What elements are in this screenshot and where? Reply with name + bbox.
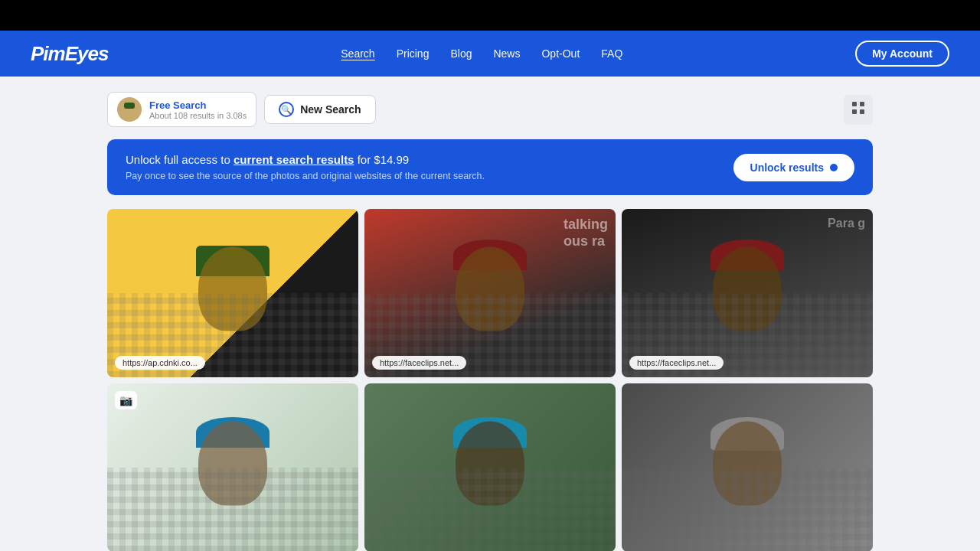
avatar-icon xyxy=(119,99,140,120)
svg-rect-6 xyxy=(860,109,864,114)
navbar: PimEyes Search Pricing Blog News Opt-Out… xyxy=(0,31,980,77)
grid-toggle-button[interactable] xyxy=(844,95,873,125)
unlock-sub-text: Pay once to see the source of the photos… xyxy=(126,171,485,181)
images-grid: https://ap.cdnki.co... talkingous ra htt… xyxy=(107,209,873,551)
pixel-overlay-6 xyxy=(622,468,873,551)
logo[interactable]: PimEyes xyxy=(31,42,108,66)
url-badge-1: https://ap.cdnki.co... xyxy=(115,356,205,370)
new-search-button[interactable]: 🔍 New Search xyxy=(264,95,375,124)
unlock-results-button[interactable]: Unlock results xyxy=(733,154,854,181)
text-overlay-2: talkingous ra xyxy=(564,217,608,249)
nav-news[interactable]: News xyxy=(493,47,520,60)
free-search-label: Free Search xyxy=(149,99,247,111)
nav-links: Search Pricing Blog News Opt-Out FAQ xyxy=(341,47,622,60)
nav-blog[interactable]: Blog xyxy=(450,47,472,60)
new-search-label: New Search xyxy=(300,103,361,116)
free-search-pill[interactable]: Free Search About 108 results in 3.08s xyxy=(107,92,256,127)
result-image-5[interactable] xyxy=(364,383,616,551)
svg-rect-4 xyxy=(860,102,864,106)
main-content: Free Search About 108 results in 3.08s 🔍… xyxy=(0,77,980,551)
unlock-dot-icon xyxy=(830,164,838,171)
search-icon: 🔍 xyxy=(279,102,294,117)
avatar xyxy=(117,97,142,122)
nav-optout[interactable]: Opt-Out xyxy=(541,47,580,60)
camera-badge: 📷 xyxy=(115,391,137,409)
svg-point-1 xyxy=(120,112,139,120)
text-overlay-3: Para g xyxy=(828,217,865,230)
unlock-text-prefix: Unlock full access to xyxy=(126,153,234,166)
pixel-overlay-4 xyxy=(107,468,358,551)
grid-icon xyxy=(851,101,865,115)
my-account-button[interactable]: My Account xyxy=(855,41,949,67)
top-black-bar xyxy=(0,0,980,31)
unlock-main-text: Unlock full access to current search res… xyxy=(126,153,485,166)
svg-rect-3 xyxy=(852,102,857,106)
unlock-results-label: Unlock results xyxy=(750,161,824,174)
nav-pricing[interactable]: Pricing xyxy=(397,47,430,60)
url-badge-2: https://faceclips.net... xyxy=(372,356,466,370)
svg-rect-5 xyxy=(852,109,857,114)
unlock-text-suffix: for $14.99 xyxy=(354,153,409,166)
nav-search[interactable]: Search xyxy=(341,47,374,60)
search-bar-row: Free Search About 108 results in 3.08s 🔍… xyxy=(107,92,873,127)
url-badge-3: https://faceclips.net... xyxy=(629,356,724,370)
pixel-overlay-5 xyxy=(364,468,616,551)
pill-text: Free Search About 108 results in 3.08s xyxy=(149,99,247,120)
nav-faq[interactable]: FAQ xyxy=(601,47,622,60)
result-image-1[interactable]: https://ap.cdnki.co... xyxy=(107,209,358,377)
unlock-banner-text: Unlock full access to current search res… xyxy=(126,153,485,181)
result-image-3[interactable]: Para g https://faceclips.net... xyxy=(622,209,873,377)
unlock-banner: Unlock full access to current search res… xyxy=(107,139,873,195)
svg-rect-2 xyxy=(124,103,135,109)
result-image-2[interactable]: talkingous ra https://faceclips.net... xyxy=(364,209,616,377)
unlock-text-link[interactable]: current search results xyxy=(234,153,354,166)
result-image-4[interactable]: 📷 xyxy=(107,383,358,551)
free-search-sublabel: About 108 results in 3.08s xyxy=(149,111,247,120)
result-image-6[interactable] xyxy=(622,383,873,551)
